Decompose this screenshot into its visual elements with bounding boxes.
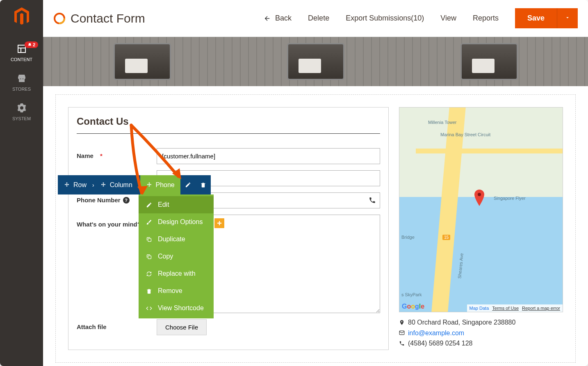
trash-icon [146, 288, 152, 294]
nav-content[interactable]: CONTENT 2 [0, 38, 43, 68]
page-title: Contact Form [71, 11, 145, 25]
save-dropdown[interactable] [557, 8, 578, 28]
envelope-icon [399, 330, 405, 336]
map-label: s SkyPark [401, 292, 422, 297]
export-button[interactable]: Export Submissions(10) [346, 14, 424, 23]
map-label: Marina Bay Street Circuit [440, 132, 490, 137]
delete-action[interactable] [196, 175, 211, 194]
phone-text: (4584) 5689 0254 128 [408, 338, 472, 349]
menu-replace[interactable]: Replace with [139, 265, 214, 282]
trash-icon [200, 182, 206, 188]
menu-duplicate[interactable]: Duplicate [139, 231, 214, 248]
help-icon[interactable]: ? [123, 197, 130, 204]
map-label: Millenia Tower [428, 120, 457, 125]
map-pin-icon [473, 190, 485, 206]
chevron-down-icon [565, 15, 570, 21]
hero-image [43, 37, 588, 86]
menu-view-shortcode[interactable]: View Shortcode [139, 300, 214, 317]
nav-label: STORES [12, 87, 31, 92]
nav-stores[interactable]: STORES [0, 68, 43, 97]
reports-button[interactable]: Reports [473, 14, 499, 23]
back-button[interactable]: Back [264, 14, 292, 23]
element-breadcrumb: Row › Column › Phone [58, 175, 211, 194]
svg-rect-7 [148, 238, 151, 242]
choose-file-button[interactable]: Choose File [157, 319, 207, 335]
map-terms-link[interactable]: Terms of Use [492, 306, 519, 311]
duplicate-icon [146, 236, 152, 242]
map[interactable]: Millenia Tower Marina Bay Street Circuit… [399, 107, 563, 312]
svg-rect-8 [148, 256, 151, 259]
form-title: Contact Us [77, 116, 380, 134]
brush-icon [146, 219, 152, 225]
nav-label: SYSTEM [12, 116, 31, 121]
breadcrumb-phone[interactable]: Phone [140, 175, 180, 194]
map-data-link[interactable]: Map Data [469, 306, 489, 311]
magento-logo [14, 7, 30, 26]
add-element-button[interactable]: + [214, 217, 225, 229]
pencil-icon [185, 182, 191, 188]
form-icon [53, 12, 66, 25]
header: Contact Form Back Delete Export Submissi… [43, 0, 588, 37]
menu-design-options[interactable]: Design Options [139, 213, 214, 231]
delete-button[interactable]: Delete [308, 14, 329, 23]
menu-copy[interactable]: Copy [139, 248, 214, 265]
form-panel: Contact Us Name * Phone Number? [68, 107, 389, 350]
move-icon [100, 182, 107, 188]
nav-system[interactable]: SYSTEM [0, 97, 43, 127]
email-link[interactable]: info@example.com [408, 328, 464, 339]
context-menu: Edit Design Options Duplicate Copy Repla… [139, 194, 214, 318]
breadcrumb-column[interactable]: Column [94, 175, 138, 194]
view-button[interactable]: View [440, 14, 456, 23]
move-icon [64, 182, 70, 188]
save-button[interactable]: Save [515, 8, 557, 28]
menu-remove[interactable]: Remove [139, 282, 214, 300]
pencil-icon [146, 202, 152, 208]
notification-badge[interactable]: 2 [25, 41, 38, 48]
location-icon [399, 320, 405, 325]
svg-point-5 [478, 193, 481, 196]
address-text: 80 Orchard Road, Singapore 238880 [408, 317, 515, 328]
google-logo: Google [402, 303, 424, 310]
phone-icon [369, 197, 376, 204]
menu-edit[interactable]: Edit [139, 196, 214, 213]
refresh-icon [146, 271, 152, 277]
name-label: Name * [77, 148, 157, 159]
move-icon [146, 182, 153, 188]
nav-label: CONTENT [11, 57, 32, 62]
map-report-link[interactable]: Report a map error [522, 306, 560, 311]
contact-info: 80 Orchard Road, Singapore 238880 info@e… [399, 312, 563, 349]
map-label: Bridge [401, 235, 415, 240]
svg-rect-0 [18, 45, 25, 53]
name-input[interactable] [157, 148, 380, 164]
phone-icon [399, 341, 405, 346]
edit-action[interactable] [180, 175, 196, 194]
sidebar: CONTENT 2 STORES SYSTEM [0, 0, 43, 366]
map-attribution: Map Data Terms of Use Report a map error [467, 304, 563, 312]
code-icon [146, 305, 152, 311]
map-badge: 15 [442, 235, 450, 240]
map-label: Singapore Flyer [494, 196, 526, 201]
breadcrumb-row[interactable]: Row [58, 175, 92, 194]
copy-icon [146, 254, 152, 260]
attach-label: Attach file [77, 319, 157, 330]
